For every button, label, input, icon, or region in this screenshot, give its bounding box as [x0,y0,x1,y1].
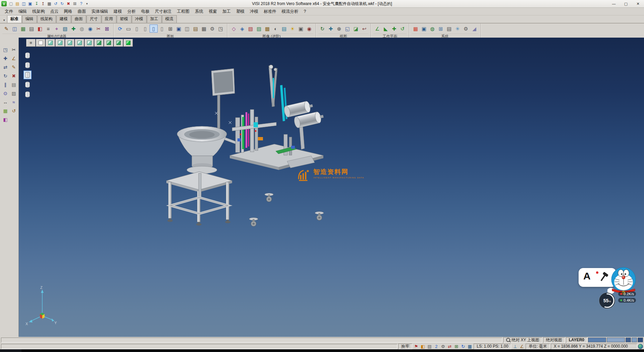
layers-icon[interactable]: ▦ [1,107,9,115]
menu-point-cloud[interactable]: 点云 [48,8,61,15]
display-slot-5-icon[interactable] [23,90,32,99]
menu-drafting[interactable]: 工程图 [174,8,193,15]
group-box-icon[interactable]: ▦ [200,25,208,33]
rotate-view-icon[interactable]: ↻ [318,25,326,33]
qat-save-icon[interactable]: ◫ [21,1,27,7]
view-left-icon[interactable] [75,39,84,47]
menu-file[interactable]: 文件 [2,8,16,15]
display-slot-4-icon[interactable] [23,80,32,89]
column-display-3-icon[interactable]: ▯ [158,25,166,33]
tab-dimension[interactable]: 尺寸 [87,15,101,23]
workplane-3point-icon[interactable]: ◣ [382,25,390,33]
grid-display-icon[interactable]: ⊞ [166,25,174,33]
selection-mask-icon[interactable]: ▧ [61,25,69,33]
menu-modeling[interactable]: 建模 [111,8,125,15]
model-caster-2[interactable] [249,218,258,226]
color-palette-icon[interactable]: ▦ [412,25,420,33]
workplane-from-view-icon[interactable]: ✚ [390,25,398,33]
notebook-icon[interactable]: ▤ [192,25,200,33]
ramp-icon[interactable]: ◢ [470,25,478,33]
zoom-window-icon[interactable]: ◳ [1,46,9,54]
model-bowl-feeder[interactable] [177,126,227,174]
render-wireframe-icon[interactable]: ◇ [230,25,238,33]
workplane-reset-icon[interactable]: ↺ [398,25,407,33]
camera-icon[interactable]: ▣ [297,25,305,33]
zoom-all-icon[interactable]: ▭ [124,25,132,33]
qat-print-icon[interactable]: ▦ [46,1,52,7]
menu-dimensioning[interactable]: 尺寸标注 [152,8,174,15]
view-iso-sw-icon[interactable] [123,39,133,47]
view-back-icon[interactable] [85,39,94,47]
tab-mould[interactable]: 塑模 [117,15,131,23]
menu-mould[interactable]: 塑模 [233,8,247,15]
element-filter-icon[interactable]: ⌖ [53,25,61,33]
palette-icon[interactable]: ◧ [1,116,9,124]
tab-flow[interactable]: 模流 [162,15,177,23]
swatch-3[interactable] [638,338,643,342]
display-slot-3-icon[interactable] [23,71,32,79]
menu-analysis[interactable]: 分析 [125,8,139,15]
snowflake-icon[interactable]: ✳ [453,25,462,33]
rotate-icon[interactable]: ↻ [1,72,9,80]
status-flag-icon[interactable]: ⚑ [413,344,419,349]
zoom-view-icon[interactable]: ⊕ [335,25,343,33]
mirror-icon[interactable]: ⇄ [1,63,9,71]
view-menu-icon[interactable]: ≡ [26,39,36,47]
menu-machining[interactable]: 加工 [220,8,233,15]
pan-view-icon[interactable]: ✚ [327,25,335,33]
status-gear-icon[interactable]: ⚙ [440,344,446,349]
menu-standard-parts[interactable]: 标准件 [261,8,279,15]
qat-import-icon[interactable]: ↧ [34,1,40,7]
menu-mesh[interactable]: 网格 [61,8,75,15]
system-settings-icon[interactable]: ⚙ [462,25,470,33]
background-color-icon[interactable]: ▤ [280,25,288,33]
desktop-assistant-widget[interactable]: A [579,265,644,310]
show-all-icon[interactable]: ◉ [86,25,94,33]
maximize-button[interactable]: ▢ [620,0,632,7]
delete-icon[interactable]: ✖ [10,72,18,80]
layer-manager-icon[interactable]: ▤ [28,25,36,33]
menu-die[interactable]: 冲模 [247,8,261,15]
view-blank-icon[interactable] [36,39,45,47]
minimize-button[interactable]: — [608,0,620,7]
purge-icon[interactable]: ⊠ [103,25,111,33]
swatch-2[interactable] [632,338,637,342]
copy-properties-icon[interactable]: ◫ [11,25,19,33]
column-display-2-icon[interactable]: ▯ [141,25,149,33]
dimension-icon[interactable]: ↔ [1,98,9,106]
qat-redo-icon[interactable]: ↻ [59,1,65,7]
qat-export-icon[interactable]: ↥ [40,1,46,7]
snapshot-icon[interactable]: ◉ [305,25,313,33]
sheet-icon[interactable]: ▤ [10,81,18,89]
tab-wireframe[interactable]: 线架构 [37,15,56,23]
style-filter-icon[interactable]: ≡ [44,25,52,33]
percent-gauge[interactable]: 55% [598,292,616,311]
tab-edit[interactable]: 编辑 [22,15,37,23]
view-status-panel[interactable]: 绝对 XY 上视图 [503,337,542,343]
point-icon[interactable]: ⊙ [1,89,9,97]
front-view-icon[interactable]: ◱ [343,25,352,33]
bounding-box-icon[interactable]: ▣ [175,25,183,33]
absolute-view-panel[interactable]: 绝对视图 [543,337,565,343]
status-refresh-icon[interactable]: ↻ [460,344,466,349]
edit-properties-icon[interactable]: ✎ [2,25,10,33]
match-properties-icon[interactable]: ▦ [19,25,27,33]
view-right-icon[interactable] [65,39,74,47]
status-assist-icon[interactable]: 2 [433,344,439,349]
status-table-icon[interactable]: ▦ [467,344,473,349]
render-shaded-icon[interactable]: ▧ [247,25,255,33]
menu-system[interactable]: 系统 [192,8,206,15]
layer-color-bar-1[interactable] [588,338,606,342]
viewport-3d[interactable]: Z X Y ≡ [19,38,644,337]
menu-window[interactable]: 视窗 [206,8,220,15]
pencil-icon[interactable]: ✎ [10,63,18,71]
monitor-settings-icon[interactable]: ▣ [420,25,428,33]
tab-list-dropdown[interactable]: ▾ [1,17,7,23]
hide-elements-icon[interactable]: ◍ [78,25,86,33]
command-prompt-field[interactable] [1,344,397,349]
render-hidden-line-icon[interactable]: ◈ [238,25,246,33]
tab-die[interactable]: 冲模 [132,15,147,23]
model-lift-mast[interactable] [269,65,277,107]
render-shadow-icon[interactable]: ◐ [272,25,280,33]
menu-surface[interactable]: 曲面 [75,8,89,15]
